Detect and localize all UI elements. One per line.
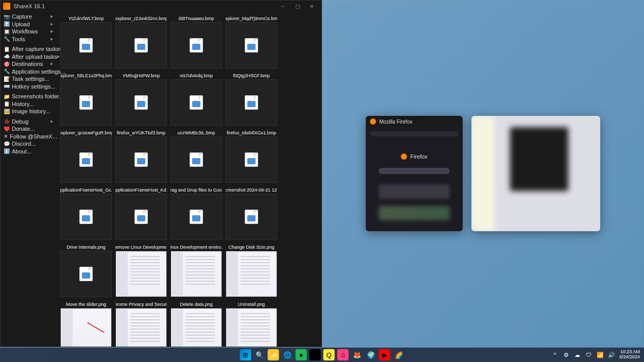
thumbnail-item[interactable]: Remove Linux Developme... [115, 243, 167, 297]
thumbnail-label: Screenshot 2024-09-21 12... [226, 186, 277, 194]
bmp-file-icon [245, 210, 258, 224]
thumbnail-label: YM5ujjHsPW.bmp [115, 72, 167, 79]
debug-menu[interactable]: 🐞Debug▶ [1, 118, 56, 126]
thumbnail-image [60, 308, 112, 347]
image-history-menu[interactable]: 🖼️Image history... [1, 108, 56, 115]
thumbnail-item[interactable]: explorer_rZJsvkSlAn.bmp [115, 14, 167, 68]
app-globe-button[interactable]: 🌍 [365, 349, 377, 360]
destinations-menu[interactable]: 🎯Destinations▶ [1, 60, 56, 68]
thumbnail-item[interactable]: explorer_MqdTj9nmCe.bmp [226, 14, 277, 68]
sidebar: 📷Capture▶⬆️Upload▶🔲Workflows▶🔧Tools▶📋Aft… [1, 12, 56, 347]
menu-label: History... [12, 101, 34, 107]
thumbnail-item[interactable]: Delete data.png [171, 300, 222, 347]
bmp-file-icon [134, 95, 148, 110]
thumbnail-item[interactable]: ApplicationFrameHost_Kd... [115, 186, 167, 240]
thumbnail-label: uczWMBc3IL.bmp [171, 129, 222, 136]
snap-other-window[interactable] [471, 116, 600, 231]
minimize-button[interactable]: ─ [276, 1, 290, 11]
menu-icon: 🔧 [4, 36, 10, 42]
tray-security[interactable]: 🛡 [585, 351, 592, 358]
about-menu[interactable]: ℹ️About... [1, 148, 56, 156]
thumbnail-item[interactable]: Change Disk Size.png [226, 243, 277, 297]
thumbnail-image [115, 22, 167, 68]
search-button[interactable]: 🔍 [254, 349, 265, 360]
menu-label: Donate... [12, 126, 35, 132]
app-a-button[interactable]: a [310, 349, 321, 360]
bmp-file-icon [245, 95, 258, 110]
discord-menu[interactable]: 💬Discord... [1, 140, 56, 148]
bmp-file-icon [245, 152, 258, 167]
task-settings-menu[interactable]: 📝Task settings... [1, 75, 56, 83]
app-settings-menu[interactable]: 🔧Application settings... [1, 68, 56, 76]
thumbnail-item[interactable]: explorer_5BLE1x2Phq.bmp [60, 72, 112, 126]
edge-button[interactable]: 🌐 [282, 349, 293, 360]
after-upload-menu[interactable]: ☁️After upload tasks▶ [1, 53, 56, 61]
thumbnail-image [171, 79, 222, 126]
taskbar-clock[interactable]: 10:23 AM9/24/2024 [619, 350, 640, 360]
thumbnail-image [226, 136, 277, 183]
spotify-button[interactable]: ● [296, 349, 307, 360]
thumbnail-item[interactable]: Drag and Drop files to Goo... [171, 186, 222, 240]
submenu-arrow-icon: ▶ [50, 14, 53, 19]
snap-firefox-window[interactable]: Mozilla Firefox Firefox [366, 116, 463, 231]
tray-onedrive[interactable]: ☁ [574, 351, 581, 358]
content-area: YtZukVlWLT.bmpexplorer_rZJsvkSlAn.bmpi5B… [56, 12, 321, 347]
thumbnail-label: Delete data.png [171, 300, 222, 308]
bmp-file-icon [190, 95, 203, 110]
thumbnail-item[interactable]: firefox_Ids84lXGx1.bmp [226, 129, 277, 183]
menu-icon: 🔧 [4, 68, 10, 75]
menu-icon: 🐞 [4, 118, 10, 125]
thumbnail-item[interactable]: ApplicationFrameHost_Gc... [60, 186, 112, 240]
thumbnail-item[interactable]: Drive Internals.png [60, 243, 112, 297]
thumbnail-item[interactable]: Chrome Privacy and Securi... [115, 300, 167, 347]
thumbnail-item[interactable]: Uninstall.png [226, 300, 277, 347]
hotkey-settings-menu[interactable]: ⌨️Hotkey settings... [1, 83, 56, 91]
upload-menu[interactable]: ⬆️Upload▶ [1, 21, 56, 28]
tray-expand[interactable]: ^ [551, 351, 558, 358]
thumbnail-item[interactable]: YtZukVlWLT.bmp [60, 14, 112, 68]
menu-label: Hotkey settings... [12, 83, 55, 90]
donate-menu[interactable]: ❤️Donate... [1, 125, 56, 133]
menu-icon: ✕ [4, 133, 8, 140]
thumbnail-image [226, 251, 277, 297]
follow-menu[interactable]: ✕Follow @ShareX... [1, 133, 56, 141]
history-menu[interactable]: 📋History... [1, 100, 56, 108]
youtube-button[interactable]: ▶ [379, 349, 391, 360]
start-button[interactable]: ⊞ [240, 349, 251, 360]
thumbnail-item[interactable]: explorer_qcsIuwFguR.bmp [60, 129, 112, 183]
thumbnail-image [60, 79, 112, 126]
close-button[interactable]: ✕ [304, 1, 319, 11]
thumbnail-item[interactable]: uczWMBc3IL.bmp [171, 129, 222, 183]
titlebar[interactable]: ShareX 16.1 ─ ▢ ✕ [1, 1, 321, 12]
thumbnail-item[interactable]: i5BTnuaawv.bmp [171, 14, 222, 68]
thumbnail-item[interactable]: Linux Development enviro... [171, 243, 222, 297]
explorer-button[interactable]: 📁 [268, 349, 279, 360]
bmp-file-icon [134, 210, 148, 224]
tray-volume[interactable]: 🔊 [608, 351, 615, 358]
thumbnail-label: firefox_Ids84lXGx1.bmp [226, 129, 277, 136]
thumbnail-label: f0Qtg2HSGF.bmp [226, 72, 277, 79]
thumbnail-item[interactable]: Move the slider.png [60, 300, 112, 347]
after-capture-menu[interactable]: 📋After capture tasks▶ [1, 45, 56, 53]
maximize-button[interactable]: ▢ [290, 1, 304, 11]
tray-wifi[interactable]: 📶 [597, 351, 604, 358]
capture-menu[interactable]: 📷Capture▶ [1, 13, 56, 21]
thumbnail-item[interactable]: Screenshot 2024-09-21 12... [226, 186, 277, 240]
chrome-button[interactable]: 🌈 [393, 349, 404, 360]
app-q-button[interactable]: Q [324, 349, 335, 360]
firefox-button[interactable]: 🦊 [351, 349, 363, 360]
menu-icon: 📝 [4, 76, 10, 82]
music-button[interactable]: ♫ [337, 349, 349, 360]
tray-settings[interactable]: ⚙ [563, 351, 570, 358]
tools-menu[interactable]: 🔧Tools▶ [1, 36, 56, 43]
thumbnail-label: firefox_wYlJKTluf3.bmp [115, 129, 167, 136]
thumbnail-item[interactable]: YM5ujjHsPW.bmp [115, 72, 167, 126]
thumbnail-item[interactable]: vis7uh4rdq.bmp [171, 72, 222, 126]
thumbnail-item[interactable]: f0Qtg2HSGF.bmp [226, 72, 277, 126]
bmp-file-icon [79, 152, 93, 167]
other-preview [471, 116, 600, 231]
thumbnail-item[interactable]: firefox_wYlJKTluf3.bmp [115, 129, 167, 183]
menu-icon: 📋 [4, 46, 10, 52]
workflows-menu[interactable]: 🔲Workflows▶ [1, 28, 56, 36]
screenshots-folder-menu[interactable]: 📁Screenshots folder... [1, 93, 56, 100]
